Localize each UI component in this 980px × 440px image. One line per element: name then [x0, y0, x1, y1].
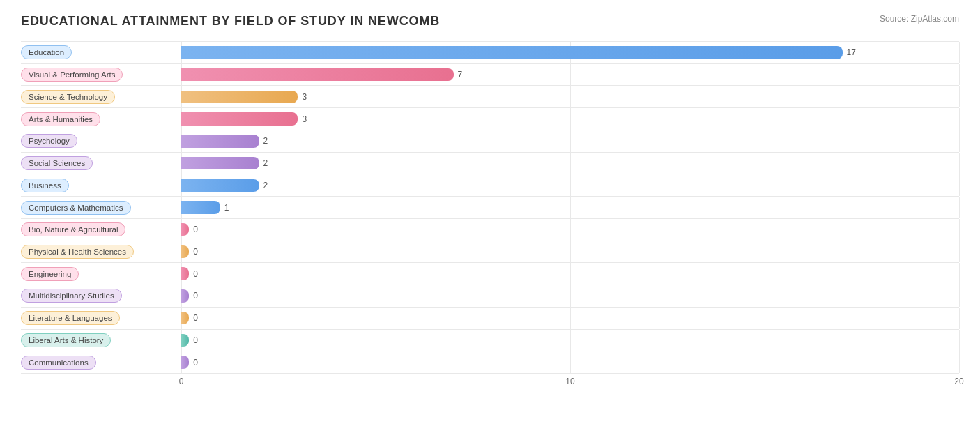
bar-row: Visual & Performing Arts7: [21, 64, 959, 86]
bar-label: Education: [21, 44, 181, 61]
bar-row: Science & Technology3: [21, 86, 959, 108]
bar-fill: [181, 68, 454, 81]
bar-row: Literature & Languages0: [21, 308, 959, 330]
bar-value: 2: [263, 181, 268, 190]
bar-track: 0: [181, 263, 959, 285]
bar-fill: [181, 312, 189, 324]
x-axis-tick: 10: [565, 377, 574, 386]
bar-track: 2: [181, 130, 959, 152]
bar-label: Computers & Mathematics: [21, 199, 181, 216]
bar-label: Science & Technology: [21, 89, 181, 105]
bar-row: Engineering0: [21, 263, 959, 285]
bar-label: Social Sciences: [21, 155, 181, 172]
bar-label: Business: [21, 177, 181, 194]
bar-fill: [181, 356, 189, 368]
bar-track: 2: [181, 174, 959, 196]
bar-fill: [181, 289, 189, 302]
bar-fill: [181, 46, 843, 59]
bar-label: Liberal Arts & History: [21, 332, 181, 349]
bar-label: Engineering: [21, 266, 181, 282]
bars-section: Education17Visual & Performing Arts7Scie…: [21, 41, 959, 374]
bar-label: Communications: [21, 354, 181, 371]
bar-label: Psychology: [21, 132, 181, 149]
bar-fill: [181, 245, 189, 258]
bar-fill: [181, 223, 189, 236]
bar-track: 0: [181, 241, 959, 263]
bar-fill: [181, 157, 259, 169]
bar-fill: [181, 91, 298, 103]
bar-label: Physical & Health Sciences: [21, 243, 181, 260]
bar-value: 0: [193, 269, 198, 279]
bar-label: Multidisciplinary Studies: [21, 287, 181, 304]
bar-value: 17: [847, 47, 856, 57]
bar-value: 0: [193, 313, 198, 323]
chart-area: Education17Visual & Performing Arts7Scie…: [21, 41, 959, 390]
bar-label: Visual & Performing Arts: [21, 66, 181, 83]
bar-fill: [181, 135, 259, 147]
bar-track: 17: [181, 42, 959, 63]
bar-track: 0: [181, 330, 959, 351]
bar-track: 2: [181, 153, 959, 174]
source-text: Source: ZipAtlas.com: [880, 14, 959, 24]
bar-value: 0: [193, 291, 198, 301]
bar-row: Liberal Arts & History0: [21, 330, 959, 352]
bar-row: Psychology2: [21, 130, 959, 153]
chart-title: EDUCATIONAL ATTAINMENT BY FIELD OF STUDY…: [21, 14, 440, 29]
bar-label: Literature & Languages: [21, 310, 181, 326]
bar-value: 3: [302, 114, 307, 124]
bar-track: 3: [181, 108, 959, 130]
bar-value: 0: [193, 225, 198, 234]
bar-fill: [181, 179, 259, 192]
bar-row: Bio, Nature & Agricultural0: [21, 219, 959, 241]
bar-track: 0: [181, 285, 959, 307]
bar-row: Business2: [21, 174, 959, 197]
bar-value: 7: [458, 70, 463, 79]
bar-fill: [181, 334, 189, 347]
bar-row: Multidisciplinary Studies0: [21, 285, 959, 308]
bar-value: 2: [263, 158, 268, 168]
bar-track: 0: [181, 308, 959, 329]
bar-label: Bio, Nature & Agricultural: [21, 221, 181, 238]
x-axis-tick: 20: [954, 377, 963, 386]
x-axis-tick: 0: [179, 377, 184, 386]
bar-row: Computers & Mathematics1: [21, 197, 959, 219]
bar-row: Physical & Health Sciences0: [21, 241, 959, 264]
bar-fill: [181, 267, 189, 280]
bar-value: 3: [302, 92, 307, 102]
bar-label: Arts & Humanities: [21, 111, 181, 128]
bar-fill: [181, 201, 220, 213]
bar-row: Education17: [21, 41, 959, 64]
bar-row: Social Sciences2: [21, 153, 959, 175]
bar-row: Arts & Humanities3: [21, 108, 959, 130]
title-row: EDUCATIONAL ATTAINMENT BY FIELD OF STUDY…: [21, 14, 959, 29]
bar-track: 0: [181, 219, 959, 241]
x-axis: 01020: [181, 377, 959, 390]
bar-value: 1: [224, 203, 229, 213]
bar-value: 0: [193, 358, 198, 367]
bar-value: 0: [193, 335, 198, 345]
bar-track: 7: [181, 64, 959, 86]
chart-container: EDUCATIONAL ATTAINMENT BY FIELD OF STUDY…: [0, 0, 980, 440]
bar-value: 0: [193, 247, 198, 257]
bar-track: 0: [181, 351, 959, 373]
bar-track: 1: [181, 197, 959, 218]
bar-track: 3: [181, 86, 959, 107]
bar-fill: [181, 112, 298, 125]
bar-row: Communications0: [21, 351, 959, 374]
bar-value: 2: [263, 136, 268, 146]
